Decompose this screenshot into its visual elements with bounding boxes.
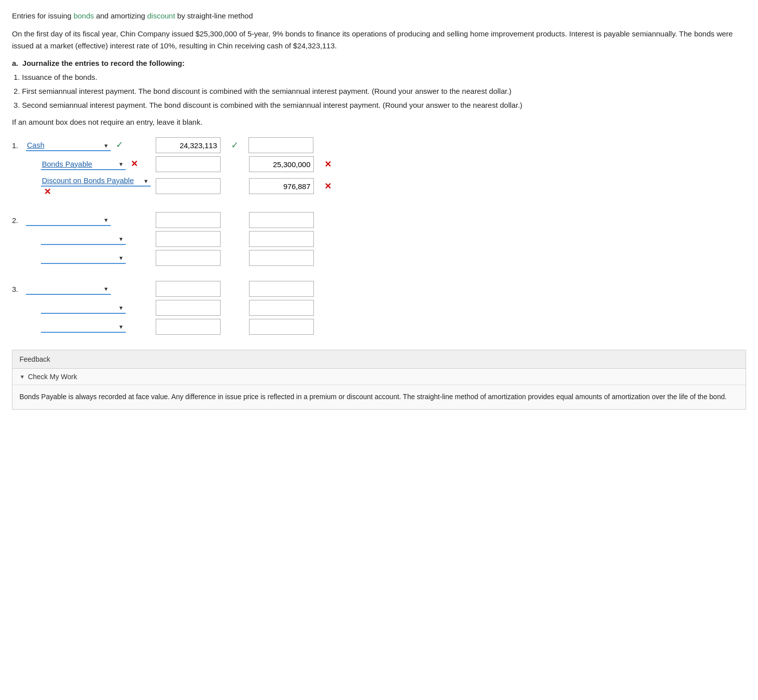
entry-2-credit-1: [249, 212, 321, 228]
entry-3-account-select-1[interactable]: [26, 283, 111, 295]
entry-2-account-select-2[interactable]: [41, 233, 126, 245]
entry-1-debit-2: [156, 156, 228, 172]
entry-2-debit-input-1[interactable]: [156, 212, 221, 228]
cash-debit-input[interactable]: [156, 137, 221, 153]
entry-3-account-3-wrapper: ▼: [26, 321, 156, 333]
entry-3-credit-1: [249, 281, 321, 297]
entry-2-debit-1: [156, 212, 228, 228]
entry-2-select-1-wrapper[interactable]: ▼: [26, 215, 111, 226]
entry-1-row-3: Discount on Bonds Payable ▼ ✕ ✕: [12, 175, 746, 197]
entry-3-account-select-2[interactable]: [41, 302, 126, 314]
check-my-work-label: Check My Work: [28, 373, 77, 381]
discount-bonds-debit-input[interactable]: [156, 178, 221, 194]
entry-1-block: 1. Cash ▼ ✓ ✓ Bonds Payable ▼: [12, 137, 746, 197]
entry-3-select-2-wrapper[interactable]: ▼: [41, 302, 126, 314]
feedback-content-text: Bonds Payable is always recorded at face…: [12, 385, 746, 409]
entry-1-row-2: Bonds Payable ▼ ✕ ✕: [12, 156, 746, 172]
entry-3-credit-input-1[interactable]: [249, 281, 314, 297]
cash-select-wrapper[interactable]: Cash ▼: [26, 140, 111, 151]
entry-3-block: 3. ▼ ▼: [12, 281, 746, 335]
entry-2-account-select-1[interactable]: [26, 215, 111, 226]
entry-3-debit-3: [156, 319, 228, 335]
entry-2-account-select-3[interactable]: [41, 252, 126, 264]
entry-3-number: 3.: [12, 285, 26, 293]
instructions-text: If an amount box does not require an ent…: [12, 116, 746, 128]
check-my-work-triangle-icon: ▼: [19, 374, 25, 380]
entry-1-number: 1.: [12, 141, 26, 150]
entry-3-debit-input-3[interactable]: [156, 319, 221, 335]
entry-2-row-1: 2. ▼: [12, 212, 746, 228]
entry-1-credit-3: [249, 178, 321, 194]
bonds-payable-credit-input[interactable]: [249, 156, 314, 172]
bonds-payable-debit-input[interactable]: [156, 156, 221, 172]
entry-2-row-2: ▼: [12, 231, 746, 247]
entry-3-row-3: ▼: [12, 319, 746, 335]
bonds-payable-select-wrapper[interactable]: Bonds Payable ▼: [41, 159, 126, 170]
cash-debit-check: ✓: [231, 140, 239, 151]
entry-3-row-1: 3. ▼: [12, 281, 746, 297]
bonds-payable-x-mark: ✕: [131, 159, 138, 169]
entry-3-account-2-wrapper: ▼: [26, 302, 156, 314]
entry-2-debit-2: [156, 231, 228, 247]
entry-1-debit-3: [156, 178, 228, 194]
task-item-2: First semiannual interest payment. The b…: [22, 85, 746, 97]
discount-bonds-account-select[interactable]: Discount on Bonds Payable: [41, 175, 151, 187]
task-list: Issuance of the bonds. First semiannual …: [22, 71, 746, 111]
discount-bonds-credit-x: ✕: [324, 181, 331, 192]
discount-highlight: discount: [147, 11, 175, 20]
entry-2-block: 2. ▼ ▼: [12, 212, 746, 266]
entry-3-debit-1: [156, 281, 228, 297]
entry-3-credit-2: [249, 300, 321, 316]
cash-account-select[interactable]: Cash: [26, 140, 111, 151]
bonds-payable-credit-x: ✕: [324, 159, 331, 170]
entry-2-account-1-wrapper: ▼: [26, 215, 156, 226]
entry-2-account-3-wrapper: ▼: [26, 252, 156, 264]
entry-3-debit-input-2[interactable]: [156, 300, 221, 316]
feedback-header: Feedback: [12, 350, 746, 369]
cash-credit-input[interactable]: [249, 137, 313, 153]
entry-3-debit-2: [156, 300, 228, 316]
entry-1-account-1-wrapper: Cash ▼ ✓: [26, 139, 156, 151]
bonds-payable-account-select[interactable]: Bonds Payable: [41, 159, 126, 170]
entry-2-debit-input-3[interactable]: [156, 250, 221, 266]
entry-2-credit-input-3[interactable]: [249, 250, 314, 266]
check-my-work-section[interactable]: ▼ Check My Work: [12, 369, 746, 385]
entry-1-credit-2: [249, 156, 321, 172]
entry-3-debit-input-1[interactable]: [156, 281, 221, 297]
entry-3-account-1-wrapper: ▼: [26, 283, 156, 295]
entry-3-credit-input-2[interactable]: [249, 300, 314, 316]
task-item-1: Issuance of the bonds.: [22, 71, 746, 83]
bonds-highlight: bonds: [73, 11, 94, 20]
title-text: Entries for issuing bonds and amortizing…: [12, 10, 746, 22]
entry-3-row-2: ▼: [12, 300, 746, 316]
entry-2-credit-input-2[interactable]: [249, 231, 314, 247]
entry-2-number: 2.: [12, 216, 26, 225]
entry-2-debit-3: [156, 250, 228, 266]
entry-1-row-1: 1. Cash ▼ ✓ ✓: [12, 137, 746, 153]
discount-bonds-select-wrapper[interactable]: Discount on Bonds Payable ▼: [41, 175, 151, 187]
entry-1-credit-1: [249, 137, 321, 153]
entry-2-credit-input-1[interactable]: [249, 212, 314, 228]
entry-3-select-3-wrapper[interactable]: ▼: [41, 321, 126, 333]
part-a-header: a. Journalize the entries to record the …: [12, 59, 746, 67]
entry-3-credit-3: [249, 319, 321, 335]
feedback-box: Feedback ▼ Check My Work Bonds Payable i…: [12, 350, 746, 410]
entry-3-account-select-3[interactable]: [41, 321, 126, 333]
entry-3-select-1-wrapper[interactable]: ▼: [26, 283, 111, 295]
entry-3-credit-input-3[interactable]: [249, 319, 314, 335]
entry-2-account-2-wrapper: ▼: [26, 233, 156, 245]
task-item-3: Second semiannual interest payment. The …: [22, 99, 746, 111]
entry-2-select-2-wrapper[interactable]: ▼: [41, 233, 126, 245]
entry-2-credit-2: [249, 231, 321, 247]
entry-2-row-3: ▼: [12, 250, 746, 266]
entry-2-select-3-wrapper[interactable]: ▼: [41, 252, 126, 264]
entry-1-debit-1: [156, 137, 228, 153]
entry-2-debit-input-2[interactable]: [156, 231, 221, 247]
entry-1-account-3-wrapper: Discount on Bonds Payable ▼ ✕: [26, 175, 156, 197]
intro-paragraph: On the first day of its fiscal year, Chi…: [12, 28, 746, 52]
discount-bonds-x-mark: ✕: [44, 187, 51, 197]
cash-check-mark: ✓: [116, 140, 123, 150]
discount-bonds-credit-input[interactable]: [249, 178, 314, 194]
entry-2-credit-3: [249, 250, 321, 266]
entry-1-account-2-wrapper: Bonds Payable ▼ ✕: [26, 159, 156, 170]
